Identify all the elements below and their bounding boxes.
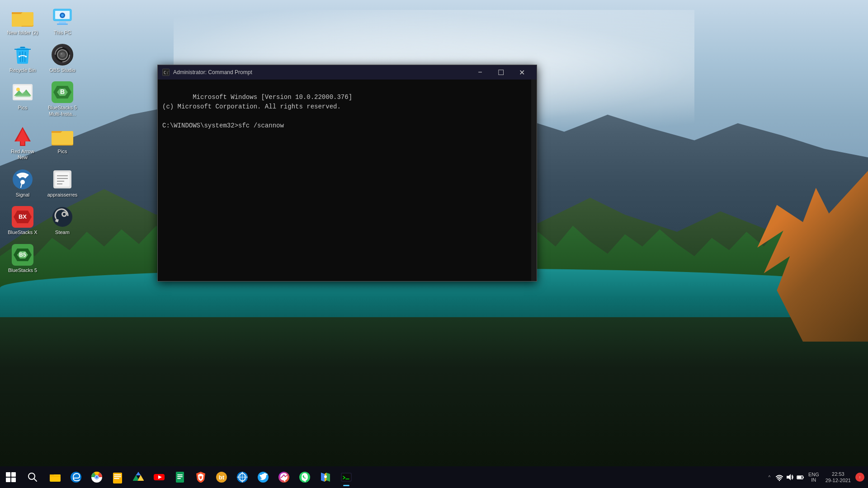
taskbar-search-button[interactable]: [22, 466, 43, 488]
desktop-icon-new-folder[interactable]: New folder (2): [5, 5, 41, 38]
bluestacks5-2-label: BlueStacks 5: [8, 267, 37, 273]
svg-rect-6: [57, 23, 68, 25]
taskbar-maps[interactable]: [316, 467, 335, 487]
bluestacksx-label: BlueStacks X: [8, 230, 37, 235]
svg-rect-50: [50, 474, 61, 481]
cmd-window: C:\ Administrator: Command Prompt − ☐ ✕ …: [157, 65, 537, 282]
desktop-icon-pics-1[interactable]: Pics: [5, 80, 41, 118]
language-indicator[interactable]: ENG IN: [807, 472, 821, 483]
svg-text:BX: BX: [19, 213, 27, 220]
desktop: New folder (2) This PC: [0, 0, 868, 488]
start-button[interactable]: [0, 466, 22, 488]
appraise-label: appraisserres: [47, 192, 78, 198]
taskbar-terminal[interactable]: [336, 467, 356, 487]
taskbar-files[interactable]: [108, 467, 127, 487]
bluestacksx-icon: BX: [12, 206, 33, 228]
pics-folder-label: Pics: [58, 149, 67, 155]
pics-1-label: Pics: [18, 105, 28, 111]
taskbar-twitter[interactable]: [253, 467, 273, 487]
desktop-icon-red-arrow[interactable]: Red Arrow New: [5, 123, 41, 162]
svg-text:!: !: [859, 476, 860, 479]
svg-text:B: B: [60, 88, 65, 95]
desktop-icon-recycle-bin[interactable]: Recycle Bin: [5, 42, 41, 75]
clock[interactable]: 22:53 29-12-2021: [823, 471, 854, 484]
bluestacks5-icon: B: [52, 81, 73, 103]
cmd-maximize-button[interactable]: ☐: [491, 65, 511, 80]
notification-icon[interactable]: !: [855, 473, 864, 482]
red-arrow-icon: [12, 125, 33, 147]
svg-rect-82: [342, 474, 351, 481]
recycle-bin-label: Recycle Bin: [9, 67, 36, 73]
svg-point-55: [95, 476, 98, 479]
cmd-scrollbar[interactable]: [531, 80, 537, 281]
desktop-icon-bluestacks5-2[interactable]: B5 BlueStacks 5: [5, 242, 41, 275]
taskbar-sheets[interactable]: [170, 467, 190, 487]
search-icon: [28, 472, 38, 482]
volume-icon[interactable]: [785, 473, 794, 482]
svg-rect-26: [52, 131, 73, 145]
cmd-title-text: Administrator: Command Prompt: [173, 69, 470, 75]
icon-row-1: Recycle Bin OBS Studio: [5, 42, 80, 75]
steam-icon: [52, 206, 73, 228]
desktop-icon-pics-folder[interactable]: Pics: [44, 123, 80, 162]
icon-row-6: B5 BlueStacks 5: [5, 242, 80, 275]
svg-rect-58: [114, 476, 121, 477]
desktop-icon-signal[interactable]: Signal: [5, 167, 41, 200]
icon-row-3: Red Arrow New Pics: [5, 123, 80, 162]
system-tray: ^: [762, 468, 868, 486]
notification-badge: !: [855, 473, 864, 482]
wifi-icon[interactable]: [775, 473, 784, 482]
appraise-icon: [52, 169, 73, 190]
taskbar-messenger[interactable]: [274, 467, 294, 487]
recycle-bin-icon: [12, 44, 33, 66]
taskbar-whatsapp[interactable]: [295, 467, 315, 487]
desktop-icon-appraise[interactable]: appraisserres: [44, 167, 80, 200]
svg-point-14: [60, 52, 65, 57]
svg-rect-66: [177, 478, 181, 479]
desktop-icons-container: New folder (2) This PC: [5, 5, 80, 275]
svg-rect-5: [59, 22, 66, 23]
svg-text:C:\: C:\: [164, 70, 169, 75]
cmd-output: Microsoft Windows [Version 10.0.22000.37…: [162, 83, 532, 140]
taskbar: bt: [0, 466, 868, 488]
date-display: 29-12-2021: [826, 477, 851, 483]
svg-text:bt: bt: [219, 474, 225, 481]
desktop-icon-obs[interactable]: OBS Studio: [44, 42, 80, 75]
taskbar-browser[interactable]: [232, 467, 252, 487]
new-folder-icon: [12, 6, 33, 28]
cmd-body[interactable]: Microsoft Windows [Version 10.0.22000.37…: [158, 80, 537, 281]
red-arrow-label: Red Arrow New: [6, 149, 39, 160]
cmd-titlebar: C:\ Administrator: Command Prompt − ☐ ✕: [158, 65, 537, 80]
bluestacks5-2-icon: B5: [12, 244, 33, 266]
cmd-title-icon: C:\: [162, 69, 170, 76]
this-pc-icon: [52, 6, 73, 28]
power-icon[interactable]: [796, 473, 805, 482]
obs-label: OBS Studio: [49, 67, 75, 73]
cmd-controls: − ☐ ✕: [470, 65, 532, 80]
tray-icons-group: [775, 473, 805, 482]
svg-rect-30: [55, 172, 70, 187]
taskbar-youtube[interactable]: [149, 467, 169, 487]
desktop-icon-bluestacksx[interactable]: BX BlueStacks X: [5, 204, 41, 237]
svg-point-84: [778, 480, 780, 481]
tray-expand-button[interactable]: ^: [766, 468, 773, 486]
cmd-minimize-button[interactable]: −: [470, 65, 491, 80]
taskbar-bittorrent[interactable]: bt: [212, 467, 231, 487]
svg-text:B5: B5: [19, 252, 26, 258]
desktop-icon-bluestacks5[interactable]: B BlueStacks 5 Multi-Insta...: [44, 80, 80, 118]
taskbar-brave[interactable]: [191, 467, 211, 487]
desktop-icon-this-pc[interactable]: This PC: [44, 5, 80, 38]
taskbar-file-explorer[interactable]: [45, 467, 65, 487]
icon-row-5: BX BlueStacks X Steam: [5, 204, 80, 237]
svg-rect-87: [797, 476, 802, 479]
svg-point-28: [20, 180, 25, 184]
svg-line-48: [34, 479, 37, 481]
taskbar-edge[interactable]: [66, 467, 86, 487]
cmd-close-button[interactable]: ✕: [511, 65, 532, 80]
taskbar-google-drive[interactable]: [128, 467, 148, 487]
svg-rect-64: [177, 474, 183, 475]
icon-row-2: Pics B BlueStacks 5 Multi-Insta...: [5, 80, 80, 118]
new-folder-label: New folder (2): [7, 30, 38, 36]
taskbar-chrome[interactable]: [87, 467, 107, 487]
desktop-icon-steam[interactable]: Steam: [44, 204, 80, 237]
